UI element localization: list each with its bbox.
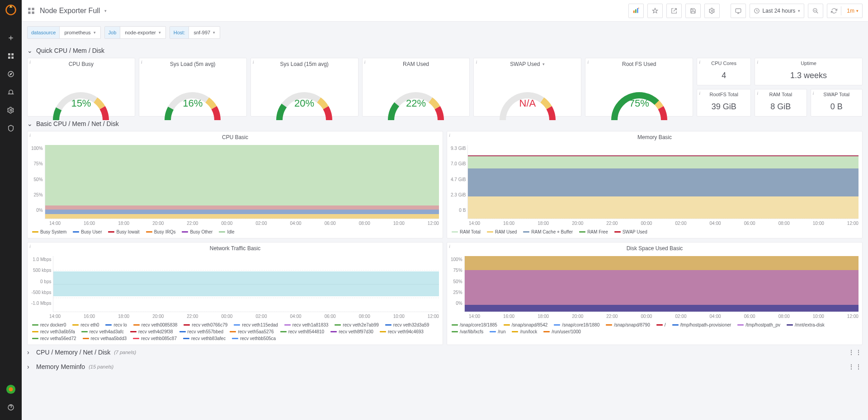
legend-item[interactable]: /mnt/extra-disk (787, 322, 825, 327)
legend-item[interactable]: Busy System (32, 229, 66, 234)
row-cpu-mem-header[interactable]: › CPU / Memory / Net / Disk (7 panels) ⋮… (27, 345, 863, 359)
stat-ram-total[interactable]: iRAM Total8 GiB (755, 89, 807, 117)
nav-help-icon[interactable] (0, 398, 22, 416)
legend-item[interactable]: recv veth115edad (234, 322, 278, 327)
star-button[interactable] (647, 4, 663, 18)
var-datasource[interactable]: datasource prometheus▾ (27, 26, 101, 39)
legend-item[interactable]: / (656, 322, 666, 327)
plot-area[interactable] (45, 145, 439, 219)
legend-item[interactable]: RAM Total (452, 229, 481, 234)
legend-item[interactable]: Busy User (73, 229, 102, 234)
refresh-button[interactable]: 1m ▾ (827, 4, 863, 18)
row-quick-header[interactable]: ⌄ Quick CPU / Mem / Disk (27, 43, 863, 58)
plot-area[interactable] (53, 256, 439, 312)
panel-info-icon[interactable]: i (587, 59, 589, 65)
chart-panel-disk_basic[interactable]: iDisk Space Used Basic 100%75%50%25%0% 1… (447, 242, 863, 345)
dashboard-title[interactable]: Node Exporter Full ▾ (27, 7, 107, 15)
legend-item[interactable]: recv veth1a81833 (284, 322, 329, 327)
legend-item[interactable]: SWAP Used (614, 229, 647, 234)
legend-item[interactable]: recv veth0766c79 (184, 322, 227, 327)
legend-item[interactable]: recv veth4d29f38 (130, 329, 173, 334)
nav-add-icon[interactable] (0, 29, 22, 47)
panel-info-icon[interactable]: i (364, 59, 366, 65)
legend-item[interactable]: recv veth557bbed (179, 329, 224, 334)
legend-item[interactable]: recv veth2e7ab99 (335, 322, 379, 327)
legend-item[interactable]: RAM Cache + Buffer (523, 229, 573, 234)
stat-rootfs-total[interactable]: iRootFS Total39 GiB (697, 89, 751, 117)
var-host[interactable]: Host: snf-997▾ (170, 26, 220, 39)
panel-info-icon[interactable]: i (253, 59, 254, 65)
legend-item[interactable]: /tmp/hostpath_pv (737, 322, 780, 327)
legend-item[interactable]: /tmp/hostpath-provisioner (672, 322, 731, 327)
save-button[interactable] (685, 4, 701, 18)
legend-item[interactable]: Busy Iowait (108, 229, 139, 234)
plot-area[interactable] (467, 145, 859, 219)
stat-cpu-cores[interactable]: iCPU Cores4 (697, 58, 751, 85)
row-menu-icon[interactable]: ⋮⋮ (848, 363, 863, 370)
legend-item[interactable]: Idle (219, 229, 234, 234)
panel-info-icon[interactable]: i (29, 132, 31, 138)
gauge-panel[interactable]: iCPU Busy 15% (27, 58, 135, 117)
gauge-panel[interactable]: iRAM Used 22% (362, 58, 470, 117)
legend-item[interactable]: recv eth0 (72, 322, 99, 327)
legend-item[interactable]: RAM Used (487, 229, 517, 234)
legend-item[interactable]: recv vethbb505ca (232, 336, 276, 341)
legend-item[interactable]: /run/user/1000 (543, 329, 581, 334)
gauge-panel[interactable]: iSWAP Used▾ N/A (473, 58, 581, 117)
panel-info-icon[interactable]: i (476, 59, 477, 65)
chart-panel-memory_basic[interactable]: iMemory Basic 9.3 GiB7.0 GiB4.7 GiB2.3 G… (447, 131, 863, 238)
gauge-panel[interactable]: iSys Load (15m avg) 20% (250, 58, 359, 117)
chart-panel-cpu_basic[interactable]: iCPU Basic 100%75%50%25%0% 14:0016:0018:… (27, 131, 443, 238)
legend-item[interactable]: recv vethaa5bdd3 (83, 336, 127, 341)
legend-item[interactable]: recv vetha56ed72 (32, 336, 76, 341)
legend-item[interactable]: recv vethb83afec (183, 336, 226, 341)
legend-item[interactable]: recv veth8544810 (280, 329, 325, 334)
legend-item[interactable]: recv veth0085838 (133, 322, 178, 327)
legend-item[interactable]: recv veth32d3a59 (385, 322, 429, 327)
nav-alerting-icon[interactable] (0, 83, 22, 101)
legend-item[interactable]: recv veth94c4693 (380, 329, 424, 334)
legend-item[interactable]: /snap/core18/1885 (452, 322, 497, 327)
nav-config-icon[interactable] (0, 101, 22, 119)
nav-dashboards-icon[interactable] (0, 47, 22, 65)
legend-item[interactable]: RAM Free (579, 229, 608, 234)
legend-item[interactable]: Busy IRQs (146, 229, 176, 234)
zoom-out-button[interactable] (808, 4, 823, 18)
legend-item[interactable]: recv veth3a6b5fa (32, 329, 75, 334)
legend-item[interactable]: recv veth8f97d30 (330, 329, 373, 334)
gauge-panel[interactable]: iSys Load (5m avg) 16% (139, 58, 247, 117)
share-button[interactable] (666, 4, 682, 18)
legend-item[interactable]: Busy Other (182, 229, 212, 234)
gauge-panel[interactable]: iRoot FS Used 75% (585, 58, 693, 117)
chart-panel-network_basic[interactable]: iNetwork Traffic Basic 1.0 Mbps500 kbps0… (27, 242, 443, 345)
legend-item[interactable]: recv veth5aa5276 (230, 329, 274, 334)
cycle-view-button[interactable] (731, 4, 746, 18)
stat-swap-total[interactable]: iSWAP Total0 B (811, 89, 863, 117)
legend-item[interactable]: recv docker0 (32, 322, 66, 327)
var-job[interactable]: Job node-exporter▾ (104, 26, 166, 39)
legend-item[interactable]: recv vethb085c87 (133, 336, 177, 341)
row-meminfo-header[interactable]: › Memory Meminfo (15 panels) ⋮⋮ (27, 359, 863, 374)
panel-info-icon[interactable]: i (449, 243, 450, 249)
plot-area[interactable] (464, 256, 859, 312)
legend-item[interactable]: /snap/core18/1880 (554, 322, 599, 327)
legend-item[interactable]: recv lo (105, 322, 127, 327)
legend-item[interactable]: /snap/snapd/8542 (504, 322, 548, 327)
legend-item[interactable]: /snap/snapd/8790 (606, 322, 650, 327)
nav-admin-icon[interactable] (0, 119, 22, 137)
panel-info-icon[interactable]: i (29, 59, 31, 65)
legend-item[interactable]: /run (490, 329, 505, 334)
time-range-picker[interactable]: Last 24 hours ▾ (750, 4, 805, 18)
panel-info-icon[interactable]: i (29, 243, 31, 249)
row-menu-icon[interactable]: ⋮⋮ (848, 349, 863, 356)
add-panel-button[interactable] (628, 4, 644, 18)
legend-item[interactable]: /run/lock (512, 329, 537, 334)
panel-info-icon[interactable]: i (141, 59, 142, 65)
legend-item[interactable]: /var/lib/lxcfs (452, 329, 483, 334)
nav-profile-icon[interactable] (0, 380, 22, 398)
settings-button[interactable] (704, 4, 720, 18)
nav-explore-icon[interactable] (0, 65, 22, 83)
panel-info-icon[interactable]: i (449, 132, 450, 138)
grafana-logo-icon[interactable] (5, 4, 17, 16)
legend-item[interactable]: recv veth4ad3afc (81, 329, 124, 334)
